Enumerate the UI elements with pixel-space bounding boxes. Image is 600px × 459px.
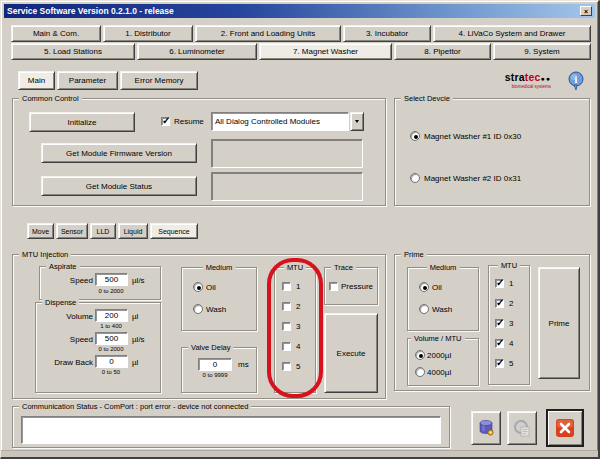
prime-mtu-1-label: 1 <box>509 279 513 288</box>
communication-status-legend: Communication Status - ComPort : port er… <box>19 402 251 411</box>
dispense-speed-field[interactable]: 500 <box>95 332 128 345</box>
pressure-label: Pressure <box>341 282 373 291</box>
execute-button[interactable]: Execute <box>324 313 378 393</box>
prime-mtu-5-checkbox[interactable]: ✓ <box>495 359 504 368</box>
subtab-parameter[interactable]: Parameter <box>57 71 118 90</box>
initialize-button[interactable]: Initialize <box>29 112 135 132</box>
prime-wash-label: Wash <box>432 305 452 314</box>
prime-legend: Prime <box>401 250 427 259</box>
draw-back-range: 0 to 50 <box>89 369 133 375</box>
communication-status-box[interactable] <box>21 416 441 444</box>
prime-volume-mtu-group: Volume / MTU <box>407 338 479 386</box>
aspirate-speed-unit: µl/s <box>132 276 145 285</box>
svg-text:i: i <box>575 74 578 85</box>
injection-oil-radio[interactable] <box>193 282 203 292</box>
injection-medium-group: Medium <box>181 267 257 331</box>
prime-mtu-2-checkbox[interactable]: ✓ <box>495 299 504 308</box>
prime-2000ul-label: 2000µl <box>427 351 451 360</box>
dispense-speed-range: 0 to 2000 <box>89 346 133 352</box>
stratec-logo: stratec●● biomedical systems <box>499 73 551 91</box>
select-device-legend: Select Devcie <box>401 94 453 103</box>
dispense-volume-label: Volume <box>41 312 93 321</box>
exit-cross-icon <box>555 418 575 438</box>
logo-dots: ●● <box>541 75 551 82</box>
select-device-group: Select Devcie <box>394 98 590 206</box>
injection-wash-radio[interactable] <box>193 304 203 314</box>
prime-oil-label: Oil <box>432 283 442 292</box>
resume-checkbox[interactable]: ✓ <box>161 117 170 126</box>
prime-mtu-3-checkbox[interactable]: ✓ <box>495 319 504 328</box>
tab-system[interactable]: 9. System <box>493 43 591 60</box>
database-delete-icon <box>477 419 495 437</box>
magnet-washer-1-radio[interactable] <box>410 131 420 141</box>
prime-mtu-4-checkbox[interactable]: ✓ <box>495 339 504 348</box>
module-dropdown[interactable]: All Dialog Controlled Modules <box>211 112 349 131</box>
subtab-main[interactable]: Main <box>18 71 55 90</box>
prime-mtu-1-checkbox[interactable]: ✓ <box>495 279 504 288</box>
status-result-box[interactable] <box>211 172 363 201</box>
draw-back-label: Draw Back <box>41 358 93 367</box>
tab-pipettor[interactable]: 8. Pipettor <box>394 43 491 60</box>
trace-legend: Trace <box>331 263 356 272</box>
aspirate-speed-field[interactable]: 500 <box>95 273 128 286</box>
transfer-report-icon <box>513 419 531 437</box>
functab-sequence[interactable]: Sequence <box>150 223 198 239</box>
dispense-volume-unit: µl <box>132 312 138 321</box>
info-balloon-icon[interactable]: i <box>567 71 585 91</box>
firmware-result-box[interactable] <box>211 139 363 168</box>
window-title: Service Software Version 0.2.1.0 - relea… <box>7 6 580 16</box>
mtu-injection-legend: MTU Injection <box>19 250 71 259</box>
prime-2000ul-radio[interactable] <box>415 350 425 360</box>
valve-delay-unit: ms <box>238 360 249 369</box>
prime-oil-radio[interactable] <box>419 282 429 292</box>
magnet-washer-2-radio[interactable] <box>410 173 420 183</box>
magnet-washer-1-label: Magnet Washer #1 ID 0x30 <box>424 132 521 141</box>
tab-load-stations[interactable]: 5. Load Stations <box>11 43 135 60</box>
prime-4000ul-label: 4000µl <box>427 368 451 377</box>
prime-mtu-2-label: 2 <box>509 299 513 308</box>
functab-move[interactable]: Move <box>27 223 54 239</box>
prime-wash-radio[interactable] <box>419 304 429 314</box>
clear-log-button[interactable] <box>471 411 501 445</box>
tab-livaco[interactable]: 4. LiVaCo System and Drawer <box>433 25 591 42</box>
prime-mtu-5-label: 5 <box>509 359 513 368</box>
functab-lld[interactable]: LLD <box>90 223 116 239</box>
magnet-washer-2-label: Magnet Washer #2 ID 0x31 <box>424 174 521 183</box>
pressure-checkbox[interactable]: ✓ <box>329 282 338 291</box>
exit-button[interactable] <box>547 410 583 446</box>
prime-volume-mtu-legend: Volume / MTU <box>411 334 465 343</box>
transfer-report-button[interactable] <box>507 411 537 445</box>
dispense-speed-label: Speed <box>41 335 93 344</box>
tab-distributor[interactable]: 1. Distributor <box>103 25 193 42</box>
window-bottom-edge <box>1 450 598 457</box>
module-dropdown-arrow-icon[interactable] <box>350 112 364 131</box>
get-status-button[interactable]: Get Module Status <box>41 176 197 196</box>
prime-4000ul-radio[interactable] <box>415 367 425 377</box>
application-window: Service Software Version 0.2.1.0 - relea… <box>0 0 600 459</box>
tab-front-loading[interactable]: 2. Front and Loading Units <box>195 25 341 42</box>
resume-label: Resume <box>174 117 204 126</box>
draw-back-field[interactable]: 0 <box>95 355 128 368</box>
dispense-volume-field[interactable]: 200 <box>95 309 128 322</box>
tab-luminometer[interactable]: 6. Luminometer <box>137 43 257 60</box>
get-firmware-button[interactable]: Get Module Firmware Version <box>41 143 197 163</box>
prime-button[interactable]: Prime <box>538 267 580 379</box>
functab-sensor[interactable]: Sensor <box>56 223 88 239</box>
aspirate-speed-range: 0 to 2000 <box>89 288 133 294</box>
dispense-legend: Dispense <box>42 298 79 307</box>
functab-liquid[interactable]: Liquid <box>118 223 148 239</box>
valve-delay-range: 0 to 9999 <box>194 372 236 378</box>
valve-delay-field[interactable]: 0 <box>198 358 232 371</box>
red-oval-annotation <box>267 258 323 398</box>
injection-medium-legend: Medium <box>203 263 236 272</box>
tab-main-com[interactable]: Main & Com. <box>11 25 101 42</box>
logo-tagline: biomedical systems <box>499 82 551 91</box>
aspirate-legend: Aspirate <box>46 262 80 271</box>
prime-mtu-3-label: 3 <box>509 319 513 328</box>
prime-medium-legend: Medium <box>427 263 460 272</box>
tab-magnet-washer[interactable]: 7. Magnet Washer <box>259 43 392 60</box>
subtab-error-memory[interactable]: Error Memory <box>120 71 198 90</box>
tab-incubator[interactable]: 3. Incubator <box>343 25 431 42</box>
window-close-button[interactable]: × <box>580 6 592 16</box>
prime-medium-group: Medium <box>407 267 479 331</box>
